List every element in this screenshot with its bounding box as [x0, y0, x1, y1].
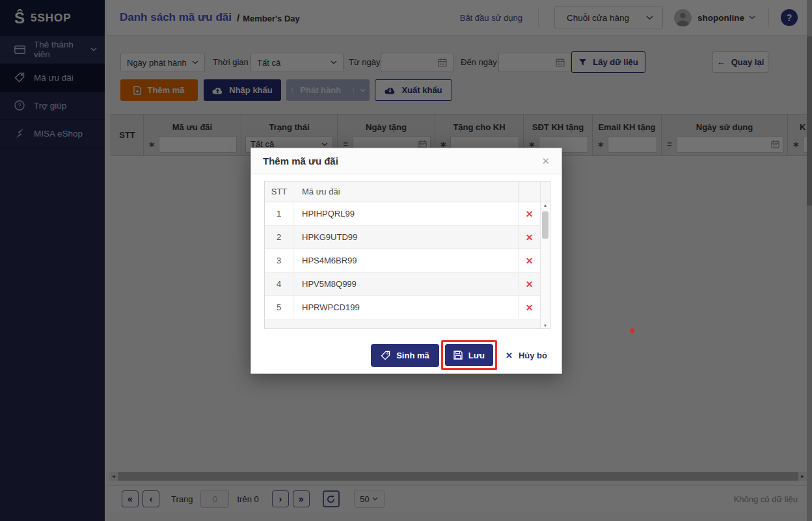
delete-row-button[interactable]: ✕	[518, 226, 540, 248]
row-index: 4	[265, 273, 293, 295]
cancel-button[interactable]: ✕ Hủy bỏ	[506, 351, 547, 360]
coupon-code-cell[interactable]: HPV5M8Q999	[293, 273, 518, 295]
delete-row-button[interactable]: ✕	[518, 273, 540, 295]
coupon-code-cell[interactable]: HPKG9UTD99	[293, 226, 518, 248]
delete-row-button[interactable]: ✕	[518, 202, 540, 225]
coupon-code-cell[interactable]: HPS4M6BR99	[293, 249, 518, 272]
modal-scroll-thumb[interactable]	[542, 211, 548, 239]
modal-table-body: 1 HPIHPQRL99 ✕ 2 HPKG9UTD99 ✕ 3 HPS4M6BR…	[265, 202, 540, 328]
row-index: 2	[265, 226, 293, 248]
scroll-down-icon[interactable]: ▼	[541, 323, 550, 328]
table-row: 1 HPIHPQRL99 ✕	[265, 202, 540, 226]
add-coupon-modal: Thêm mã ưu đãi ✕ STT Mã ưu đãi 1 HPIHPQR…	[250, 148, 562, 374]
save-button[interactable]: Lưu	[445, 344, 493, 366]
modal-scrollbar[interactable]: ▲ ▼	[540, 202, 550, 328]
delete-row-button[interactable]: ✕	[518, 249, 540, 272]
save-label: Lưu	[468, 351, 485, 360]
close-icon: ✕	[506, 351, 513, 360]
close-icon[interactable]: ✕	[541, 155, 550, 167]
annotation-highlight: Lưu	[441, 340, 497, 370]
row-index: 1	[265, 202, 293, 225]
scroll-up-icon[interactable]: ▲	[541, 203, 550, 207]
modal-title: Thêm mã ưu đãi	[263, 155, 338, 167]
modal-header: Thêm mã ưu đãi ✕	[251, 148, 562, 174]
modal-col-actions	[518, 181, 540, 202]
save-icon	[453, 351, 463, 360]
modal-table-header: STT Mã ưu đãi	[265, 181, 550, 202]
generate-codes-label: Sinh mã	[396, 351, 429, 360]
generate-codes-button[interactable]: Sinh mã	[371, 344, 439, 367]
row-index: 3	[265, 249, 293, 272]
modal-col-code: Mã ưu đãi	[293, 187, 518, 196]
table-row: 4 HPV5M8Q999 ✕	[265, 273, 540, 296]
table-row: 5 HPRWPCD199 ✕	[265, 296, 540, 319]
table-row: 2 HPKG9UTD99 ✕	[265, 226, 540, 249]
app-window: Ŝ 5SHOP Thẻ thành viên Mã ưu đãi ? Trợ g…	[0, 0, 812, 521]
table-row: 3 HPS4M6BR99 ✕	[265, 249, 540, 273]
annotation-click-dot	[630, 328, 634, 333]
coupon-code-cell[interactable]: HPIHPQRL99	[293, 202, 518, 225]
modal-col-stt: STT	[265, 187, 293, 196]
row-index: 5	[265, 296, 293, 319]
modal-code-table: STT Mã ưu đãi 1 HPIHPQRL99 ✕ 2 HPKG9UTD9…	[264, 181, 550, 329]
table-row-partial	[265, 319, 540, 328]
modal-footer: Sinh mã Lưu ✕ Hủy bỏ	[371, 336, 547, 375]
cancel-label: Hủy bỏ	[519, 351, 547, 360]
tag-icon	[381, 351, 390, 360]
modal-col-scroll	[540, 181, 550, 202]
delete-row-button[interactable]: ✕	[518, 296, 540, 319]
coupon-code-cell[interactable]: HPRWPCD199	[293, 296, 518, 319]
